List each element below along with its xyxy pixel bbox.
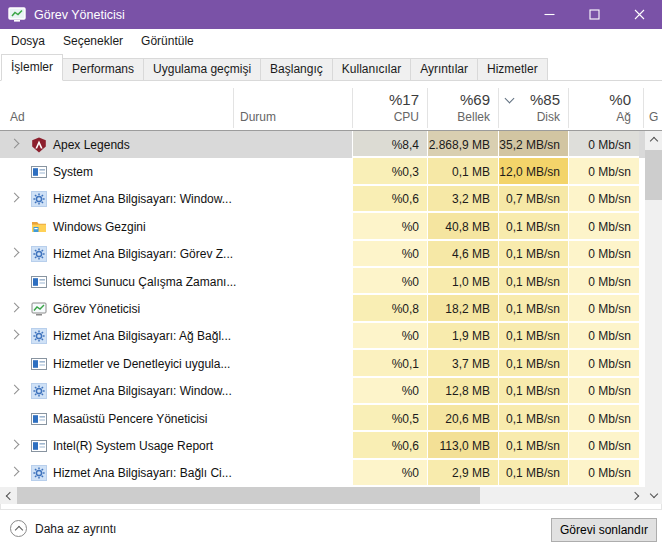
system-window-icon bbox=[31, 411, 47, 427]
cpu-cell: %0 bbox=[352, 323, 427, 350]
process-name: Hizmet Ana Bilgisayarı: Ağ Bağl... bbox=[53, 323, 231, 350]
network-cell: 0 Mb/sn bbox=[568, 186, 639, 213]
process-row-hizmetler-ve-denetleyici-uygula[interactable]: Hizmetler ve Denetleyici uygula...%0,13,… bbox=[0, 350, 645, 377]
less-details-toggle[interactable]: Daha az ayrıntı bbox=[10, 520, 116, 537]
process-row-intel-r-system-usage-report[interactable]: Intel(R) System Usage Report%0,6113,0 MB… bbox=[0, 432, 645, 459]
titlebar[interactable]: Görev Yöneticisi bbox=[0, 0, 662, 29]
vertical-scrollbar-thumb[interactable] bbox=[645, 150, 662, 200]
cpu-cell: %0 bbox=[352, 241, 427, 268]
expand-chevron-icon[interactable] bbox=[10, 330, 20, 340]
cpu-cell: %0,1 bbox=[352, 350, 427, 377]
tab-performans[interactable]: Performans bbox=[62, 58, 144, 81]
memory-cell: 2.868,9 MB bbox=[427, 131, 498, 158]
window-controls bbox=[527, 0, 662, 29]
tab-ayr-nt-lar[interactable]: Ayrıntılar bbox=[410, 58, 478, 81]
memory-cell: 4,6 MB bbox=[427, 241, 498, 268]
disk-cell: 0,1 MB/sn bbox=[498, 268, 568, 295]
status-bar: Daha az ayrıntı Görevi sonlandır bbox=[0, 509, 662, 555]
memory-cell: 3,7 MB bbox=[427, 350, 498, 377]
scroll-right-icon[interactable] bbox=[628, 487, 645, 504]
expand-chevron-icon[interactable] bbox=[10, 440, 20, 450]
scroll-down-icon[interactable] bbox=[645, 487, 662, 504]
disk-cell: 0,1 MB/sn bbox=[498, 378, 568, 405]
column-header-bellek[interactable]: %69Bellek bbox=[427, 88, 498, 130]
menu-item-se-enekler[interactable]: Seçenekler bbox=[54, 30, 132, 52]
scroll-up-icon[interactable] bbox=[645, 131, 662, 148]
disk-cell: 0,1 MB/sn bbox=[498, 432, 568, 459]
memory-cell: 18,2 MB bbox=[427, 295, 498, 322]
process-row-hizmet-ana-bilgisayar-a-ba-l[interactable]: Hizmet Ana Bilgisayarı: Ağ Bağl...%01,9 … bbox=[0, 323, 645, 350]
menu-item-g-r-nt-le[interactable]: Görüntüle bbox=[132, 30, 203, 52]
disk-cell: 0,1 MB/sn bbox=[498, 350, 568, 377]
vertical-scrollbar[interactable] bbox=[645, 131, 662, 504]
menu-item-dosya[interactable]: Dosya bbox=[2, 30, 54, 52]
column-label-cpu: CPU bbox=[394, 110, 419, 124]
tab-hizmetler[interactable]: Hizmetler bbox=[477, 58, 548, 81]
process-row-windows-gezgini[interactable]: Windows Gezgini%040,8 MB0,1 MB/sn0 Mb/sn bbox=[0, 213, 645, 240]
scroll-left-icon[interactable] bbox=[0, 487, 17, 504]
column-header-status[interactable]: Durum bbox=[240, 110, 276, 124]
process-name: Intel(R) System Usage Report bbox=[53, 432, 213, 459]
disk-cell: 35,2 MB/sn bbox=[498, 131, 568, 158]
expand-chevron-icon[interactable] bbox=[10, 467, 20, 477]
end-task-button[interactable]: Görevi sonlandır bbox=[551, 518, 657, 542]
table-header[interactable]: Ad Durum G %17CPU%69Bellek%85Disk%0Ağ bbox=[0, 81, 662, 131]
header-column-separator bbox=[233, 88, 234, 128]
process-table: Apex Legends%8,42.868,9 MB35,2 MB/sn0 Mb… bbox=[0, 131, 645, 487]
process-row-apex-legends[interactable]: Apex Legends%8,42.868,9 MB35,2 MB/sn0 Mb… bbox=[0, 131, 645, 158]
service-gear-icon bbox=[31, 383, 47, 399]
process-row-hizmet-ana-bilgisayar-ba-l-ci[interactable]: Hizmet Ana Bilgisayarı: Bağlı Ci...%02,9… bbox=[0, 460, 645, 487]
process-row-i-stemci-sunucu-al-ma-zaman[interactable]: İstemci Sunucu Çalışma Zamanı...%01,0 MB… bbox=[0, 268, 645, 295]
network-cell: 0 Mb/sn bbox=[568, 295, 639, 322]
expand-chevron-icon[interactable] bbox=[10, 303, 20, 313]
column-total-a: %0 bbox=[609, 91, 631, 108]
network-cell: 0 Mb/sn bbox=[568, 268, 639, 295]
network-cell: 0 Mb/sn bbox=[568, 213, 639, 240]
expand-chevron-icon[interactable] bbox=[10, 248, 20, 258]
process-row-hizmet-ana-bilgisayar-g-rev-z[interactable]: Hizmet Ana Bilgisayarı: Görev Z...%04,6 … bbox=[0, 241, 645, 268]
process-name: Masaüstü Pencere Yöneticisi bbox=[53, 405, 208, 432]
expand-chevron-icon[interactable] bbox=[10, 385, 20, 395]
header-column-separator bbox=[643, 88, 644, 128]
process-row-g-rev-y-neticisi[interactable]: Görev Yöneticisi%0,818,2 MB0,1 MB/sn0 Mb… bbox=[0, 295, 645, 322]
close-button[interactable] bbox=[617, 0, 662, 29]
horizontal-scrollbar-thumb[interactable] bbox=[17, 487, 480, 504]
process-row-hizmet-ana-bilgisayar-window[interactable]: Hizmet Ana Bilgisayarı: Window...%0,63,2… bbox=[0, 186, 645, 213]
network-cell: 0 Mb/sn bbox=[568, 131, 639, 158]
process-row-system[interactable]: System%0,30,1 MB12,0 MB/sn0 Mb/sn bbox=[0, 158, 645, 185]
disk-cell: 0,1 MB/sn bbox=[498, 323, 568, 350]
memory-cell: 12,8 MB bbox=[427, 378, 498, 405]
minimize-button[interactable] bbox=[527, 0, 572, 29]
column-header-cpu[interactable]: %17CPU bbox=[352, 88, 427, 130]
network-cell: 0 Mb/sn bbox=[568, 460, 639, 487]
network-cell: 0 Mb/sn bbox=[568, 432, 639, 459]
column-header-gpu-partial[interactable]: G bbox=[649, 110, 658, 124]
column-header-name[interactable]: Ad bbox=[10, 110, 25, 124]
cpu-cell: %0,3 bbox=[352, 158, 427, 185]
maximize-button[interactable] bbox=[572, 0, 617, 29]
horizontal-scrollbar[interactable] bbox=[0, 487, 645, 504]
process-row-masa-st-pencere-y-neticisi[interactable]: Masaüstü Pencere Yöneticisi%0,520,6 MB0,… bbox=[0, 405, 645, 432]
system-window-icon bbox=[31, 356, 47, 372]
column-label-bellek: Bellek bbox=[457, 110, 490, 124]
column-header-a[interactable]: %0Ağ bbox=[568, 88, 639, 130]
expand-chevron-icon[interactable] bbox=[10, 138, 20, 148]
process-row-hizmet-ana-bilgisayar-window[interactable]: Hizmet Ana Bilgisayarı: Window...%012,8 … bbox=[0, 378, 645, 405]
column-header-disk[interactable]: %85Disk bbox=[498, 88, 568, 130]
memory-cell: 113,0 MB bbox=[427, 432, 498, 459]
tab-uygulama-ge-mi-i[interactable]: Uygulama geçmişi bbox=[143, 58, 261, 81]
cpu-cell: %0 bbox=[352, 378, 427, 405]
column-total-bellek: %69 bbox=[460, 91, 490, 108]
tab-i-lemler[interactable]: İşlemler bbox=[1, 54, 63, 81]
expand-chevron-icon[interactable] bbox=[10, 193, 20, 203]
disk-cell: 0,1 MB/sn bbox=[498, 213, 568, 240]
chevron-up-circle-icon bbox=[10, 520, 27, 537]
service-gear-icon bbox=[31, 465, 47, 481]
apex-legends-icon bbox=[31, 137, 47, 153]
tab-ba-lang[interactable]: Başlangıç bbox=[260, 58, 333, 81]
menu-bar: DosyaSeçeneklerGörüntüle bbox=[0, 29, 662, 53]
network-cell: 0 Mb/sn bbox=[568, 158, 639, 185]
service-gear-icon bbox=[31, 328, 47, 344]
tab-kullan-c-lar[interactable]: Kullanıcılar bbox=[332, 58, 411, 81]
memory-cell: 3,2 MB bbox=[427, 186, 498, 213]
